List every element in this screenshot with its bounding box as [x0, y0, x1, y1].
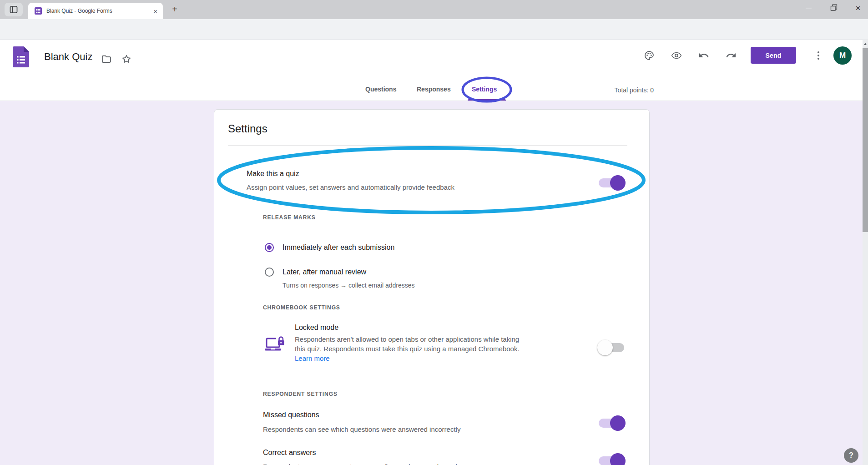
radio-later-label: Later, after manual review [283, 268, 366, 276]
browser-window: Blank Quiz - Google Forms × + × [0, 0, 868, 465]
new-tab-button[interactable]: + [169, 2, 180, 16]
star-icon [121, 54, 132, 65]
more-options-button[interactable] [814, 51, 823, 60]
minimize-icon [806, 8, 812, 8]
locked-mode-icon [265, 335, 286, 354]
correct-answers-toggle[interactable] [599, 456, 624, 465]
total-points-label: Total points: 0 [615, 86, 654, 94]
window-restore-button[interactable] [824, 0, 844, 15]
restore-icon [830, 4, 838, 11]
radio-immediately-label: Immediately after each submission [283, 243, 394, 252]
correct-answers-description: Respondents can see correct answers afte… [263, 462, 457, 465]
toggle-knob [597, 340, 613, 355]
missed-questions-toggle[interactable] [599, 419, 624, 428]
correct-answers-title: Correct answers [263, 449, 316, 457]
settings-card: Settings Make this a quiz Assign point v… [214, 109, 650, 465]
radio-immediately[interactable] [265, 243, 274, 252]
toggle-knob [610, 415, 626, 431]
forms-page: Blank Quiz [0, 40, 863, 465]
scrollbar-thumb[interactable] [863, 48, 868, 232]
divider [228, 145, 627, 146]
star-form-button[interactable] [121, 54, 132, 65]
tab-strip: Blank Quiz - Google Forms × + × [0, 0, 868, 19]
eye-icon [671, 50, 682, 61]
help-label: ? [849, 451, 853, 460]
window-minimize-button[interactable] [798, 0, 818, 15]
missed-questions-description: Respondents can see which questions were… [263, 425, 460, 434]
undo-button[interactable] [698, 50, 709, 61]
locked-mode-title: Locked mode [295, 323, 338, 332]
locked-mode-description-text: Respondents aren't allowed to open tabs … [295, 335, 520, 353]
folder-icon [101, 54, 112, 65]
radio-later-note: Turns on responses → collect email addre… [283, 282, 415, 289]
redo-icon [726, 50, 737, 61]
radio-later[interactable] [265, 268, 274, 277]
close-icon: × [855, 4, 860, 12]
help-button[interactable]: ? [844, 448, 858, 463]
respondent-settings-header: RESPONDENT SETTINGS [263, 391, 338, 397]
scroll-up-icon [864, 43, 867, 45]
forms-header: Blank Quiz [0, 40, 863, 101]
forms-logo-icon[interactable] [13, 46, 29, 67]
redo-button[interactable] [726, 50, 737, 61]
tab-responses[interactable]: Responses [417, 86, 451, 96]
make-quiz-toggle[interactable] [599, 178, 624, 187]
learn-more-link[interactable]: Learn more [295, 354, 330, 362]
active-tab-indicator [468, 99, 506, 101]
toggle-knob [610, 453, 626, 465]
form-title[interactable]: Blank Quiz [44, 51, 92, 63]
make-quiz-title: Make this a quiz [247, 170, 299, 178]
make-quiz-description: Assign point values, set answers and aut… [247, 182, 454, 192]
account-avatar[interactable]: M [833, 46, 852, 65]
forms-favicon-icon [35, 7, 42, 15]
window-close-button[interactable]: × [848, 0, 868, 15]
browser-tab[interactable]: Blank Quiz - Google Forms × [28, 3, 163, 19]
tab-close-icon[interactable]: × [153, 8, 157, 15]
tab-title: Blank Quiz - Google Forms [46, 8, 151, 14]
locked-mode-toggle[interactable] [599, 343, 624, 352]
tab-questions[interactable]: Questions [365, 86, 396, 96]
theme-button[interactable] [644, 50, 655, 61]
undo-icon [698, 50, 709, 61]
preview-button[interactable] [671, 50, 682, 61]
move-folder-button[interactable] [101, 54, 112, 65]
page-scrollbar[interactable] [863, 40, 868, 465]
palette-icon [644, 50, 655, 61]
release-marks-header: RELEASE MARKS [263, 214, 316, 221]
tab-actions-button[interactable] [5, 3, 23, 16]
chromebook-settings-header: CHROMEBOOK SETTINGS [263, 304, 340, 311]
settings-heading: Settings [228, 122, 267, 135]
toggle-knob [610, 175, 626, 191]
browser-toolbar: https://docs.google.com/forms/d/1OKCFcL-… [0, 19, 868, 40]
locked-mode-description: Respondents aren't allowed to open tabs … [295, 334, 525, 363]
missed-questions-title: Missed questions [263, 411, 319, 419]
tab-layout-icon [10, 5, 18, 14]
send-button[interactable]: Send [751, 47, 796, 64]
tab-settings[interactable]: Settings [472, 86, 497, 96]
